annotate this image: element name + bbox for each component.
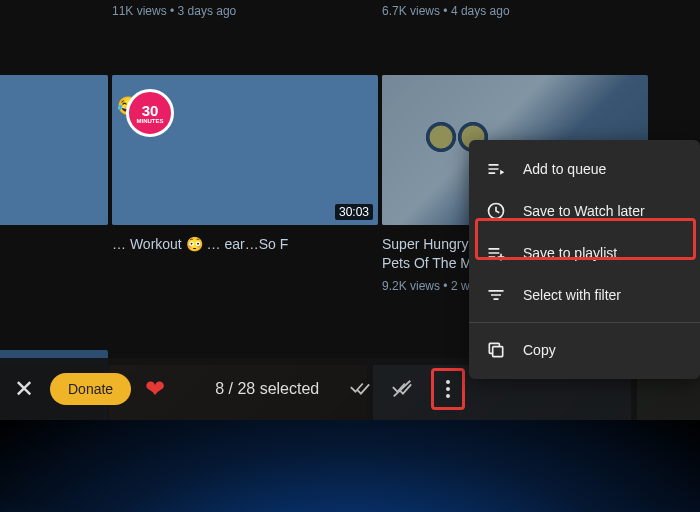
- menu-label: Save to Watch later: [523, 203, 645, 219]
- menu-select-filter[interactable]: Select with filter: [469, 274, 700, 316]
- deselect-all-icon[interactable]: [391, 378, 413, 400]
- video-meta: 6.7K views • 4 days ago: [382, 4, 598, 18]
- menu-label: Add to queue: [523, 161, 606, 177]
- queue-icon: [485, 158, 507, 180]
- video-duration: 30:03: [335, 204, 373, 220]
- select-all-icon[interactable]: [349, 378, 371, 400]
- context-menu: Add to queue Save to Watch later Save to…: [469, 140, 700, 379]
- playlist-add-icon: [485, 242, 507, 264]
- video-title[interactable]: … Workout 😳 … ear…So F: [112, 235, 328, 254]
- highlight-more-menu: [431, 368, 465, 410]
- svg-rect-2: [493, 347, 503, 357]
- close-icon[interactable]: ✕: [14, 375, 34, 403]
- filter-icon: [485, 284, 507, 306]
- clock-icon: [485, 200, 507, 222]
- menu-watch-later[interactable]: Save to Watch later: [469, 190, 700, 232]
- menu-copy[interactable]: Copy: [469, 329, 700, 371]
- more-menu-button[interactable]: [438, 379, 458, 399]
- heart-icon[interactable]: ❤: [145, 375, 165, 403]
- video-meta: 11K views • 3 days ago: [112, 4, 328, 18]
- copy-icon: [485, 339, 507, 361]
- menu-label: Copy: [523, 342, 556, 358]
- desktop-wallpaper: [0, 420, 700, 512]
- video-title[interactable]: 🚨 Stop, Cats, Dog: [0, 235, 58, 254]
- donate-button[interactable]: Donate: [50, 373, 131, 405]
- menu-save-playlist[interactable]: Save to playlist: [469, 232, 700, 274]
- menu-label: Save to playlist: [523, 245, 617, 261]
- duration-badge: 30MINUTES: [126, 89, 174, 137]
- video-thumbnail[interactable]: 😂30MINUTES30:03: [112, 75, 378, 225]
- menu-label: Select with filter: [523, 287, 621, 303]
- selection-count: 8 / 28 selected: [215, 380, 319, 398]
- video-meta: 10K views: [0, 260, 58, 274]
- menu-divider: [469, 322, 700, 323]
- menu-add-to-queue[interactable]: Add to queue: [469, 148, 700, 190]
